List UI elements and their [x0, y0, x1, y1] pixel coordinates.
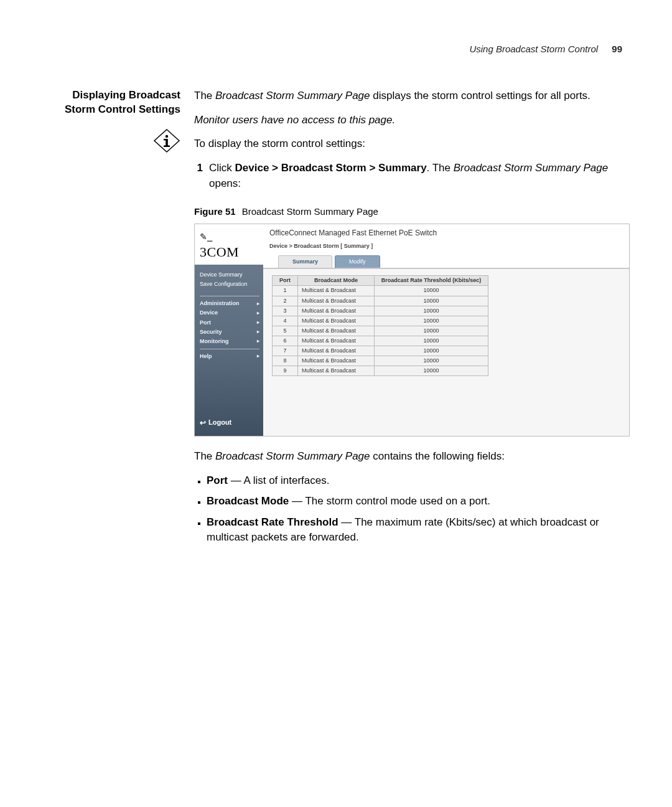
step-1: 1 Click Device > Broadcast Storm > Summa…	[194, 161, 630, 191]
intro-paragraph: The Broadcast Storm Summary Page display…	[194, 88, 630, 104]
sidebar-item-label: Security	[200, 328, 222, 336]
product-title: OfficeConnect Managed Fast Ethernet PoE …	[269, 229, 437, 237]
logout-icon: ↩	[200, 418, 206, 428]
list-item: Broadcast Mode — The storm control mode …	[207, 494, 630, 509]
table-row: 4Multicast & Broadcast10000	[273, 316, 488, 326]
cell-mode: Multicast & Broadcast	[298, 356, 375, 366]
info-icon	[153, 128, 180, 153]
cell-mode: Multicast & Broadcast	[298, 326, 375, 336]
cell-rate: 10000	[375, 356, 488, 366]
table-row: 6Multicast & Broadcast10000	[273, 336, 488, 346]
note-paragraph: Monitor users have no access to this pag…	[194, 113, 630, 128]
table-row: 5Multicast & Broadcast10000	[273, 326, 488, 336]
step-text: Click Device > Broadcast Storm > Summary…	[209, 161, 630, 191]
text: The	[194, 90, 215, 101]
field-term: Broadcast Rate Threshold	[207, 516, 338, 528]
field-term: Port	[207, 474, 228, 486]
cell-mode: Multicast & Broadcast	[298, 336, 375, 346]
page-number: 99	[600, 44, 622, 54]
sidebar-link-save-config[interactable]: Save Configuration	[200, 280, 259, 288]
sidebar-item-label: Help	[200, 352, 212, 361]
table-row: 2Multicast & Broadcast10000	[273, 296, 488, 306]
cell-port: 9	[273, 366, 298, 375]
screenshot-sidebar: ✎⎯ 3COM Device Summary Save Configuratio…	[195, 224, 263, 436]
text-em: Broadcast Storm Summary Page	[215, 90, 370, 101]
text-em: Broadcast Storm Summary Page	[454, 162, 608, 174]
cell-mode: Multicast & Broadcast	[298, 346, 375, 356]
logout-label: Logout	[208, 418, 231, 428]
tab-bar: Summary Modify	[263, 253, 629, 269]
figure-label: Figure 51	[194, 206, 236, 217]
text: . The	[427, 162, 454, 174]
sidebar-item-help[interactable]: Help▸	[200, 352, 259, 361]
sidebar-item-device[interactable]: Device▸	[200, 308, 259, 318]
text: contains the following fields:	[370, 450, 505, 462]
tab-summary[interactable]: Summary	[278, 255, 332, 268]
figure-caption: Figure 51Broadcast Storm Summary Page	[194, 205, 630, 219]
sidebar-item-security[interactable]: Security▸	[200, 328, 259, 337]
logout-button[interactable]: ↩ Logout	[200, 418, 259, 428]
cell-mode: Multicast & Broadcast	[298, 366, 375, 375]
cell-rate: 10000	[375, 346, 488, 356]
svg-point-1	[166, 135, 168, 138]
chevron-right-icon: ▸	[257, 337, 259, 345]
cell-rate: 10000	[375, 306, 488, 316]
cell-port: 8	[273, 356, 298, 366]
svg-rect-4	[164, 139, 167, 141]
col-mode: Broadcast Mode	[298, 276, 375, 286]
table-row: 9Multicast & Broadcast10000	[273, 366, 488, 375]
text-bold: Device > Broadcast Storm > Summary	[235, 162, 427, 174]
breadcrumb: Device > Broadcast Storm [ Summary ]	[263, 240, 629, 253]
sidebar-item-label: Administration	[200, 300, 240, 308]
field-term: Broadcast Mode	[207, 495, 289, 507]
table-row: 3Multicast & Broadcast10000	[273, 306, 488, 316]
step-number: 1	[194, 161, 203, 191]
text: opens:	[209, 177, 241, 189]
text: The	[194, 450, 215, 462]
cell-rate: 10000	[375, 316, 488, 326]
screenshot-figure: ✎⎯ 3COM Device Summary Save Configuratio…	[194, 224, 630, 437]
tab-modify[interactable]: Modify	[335, 255, 380, 268]
cell-mode: Multicast & Broadcast	[298, 306, 375, 316]
section-heading: Displaying Broadcast Storm Control Setti…	[56, 88, 180, 117]
chevron-right-icon: ▸	[257, 319, 259, 326]
cell-rate: 10000	[375, 336, 488, 346]
cell-port: 2	[273, 296, 298, 306]
text: Click	[209, 162, 235, 174]
figure-title: Broadcast Storm Summary Page	[242, 206, 378, 217]
text: displays the storm control settings for …	[370, 90, 590, 101]
sidebar-link-device-summary[interactable]: Device Summary	[200, 271, 259, 279]
chevron-right-icon: ▸	[257, 300, 259, 308]
cell-port: 4	[273, 316, 298, 326]
brand-logo: ✎⎯ 3COM	[195, 224, 263, 265]
sidebar-item-administration[interactable]: Administration▸	[200, 299, 259, 308]
table-row: 1Multicast & Broadcast10000	[273, 286, 488, 296]
cell-rate: 10000	[375, 286, 488, 296]
cell-mode: Multicast & Broadcast	[298, 296, 375, 306]
svg-rect-3	[164, 145, 170, 147]
cell-port: 3	[273, 306, 298, 316]
lead-paragraph: To display the storm control settings:	[194, 136, 630, 152]
col-rate: Broadcast Rate Threshold (Kbits/sec)	[375, 276, 488, 286]
sidebar-item-label: Port	[200, 319, 211, 327]
sidebar-item-label: Device	[200, 309, 218, 317]
field-desc: — The storm control mode used on a port.	[289, 495, 490, 507]
text-em: Broadcast Storm Summary Page	[215, 450, 370, 462]
cell-mode: Multicast & Broadcast	[298, 286, 375, 296]
cell-rate: 10000	[375, 326, 488, 336]
chevron-right-icon: ▸	[257, 328, 259, 336]
cell-rate: 10000	[375, 296, 488, 306]
brand-text: 3COM	[200, 244, 239, 260]
table-row: 7Multicast & Broadcast10000	[273, 346, 488, 356]
cell-mode: Multicast & Broadcast	[298, 316, 375, 326]
fields-list: Port — A list of interfaces.Broadcast Mo…	[194, 473, 630, 545]
cell-port: 6	[273, 336, 298, 346]
fields-lead: The Broadcast Storm Summary Page contain…	[194, 449, 630, 465]
sidebar-item-port[interactable]: Port▸	[200, 318, 259, 328]
screenshot-header: OfficeConnect Managed Fast Ethernet PoE …	[263, 224, 629, 240]
sidebar-item-monitoring[interactable]: Monitoring▸	[200, 337, 259, 346]
logo-icon: ✎⎯	[200, 230, 212, 243]
chevron-right-icon: ▸	[257, 352, 259, 360]
list-item: Port — A list of interfaces.	[207, 473, 630, 488]
running-title: Using Broadcast Storm Control	[469, 44, 598, 54]
